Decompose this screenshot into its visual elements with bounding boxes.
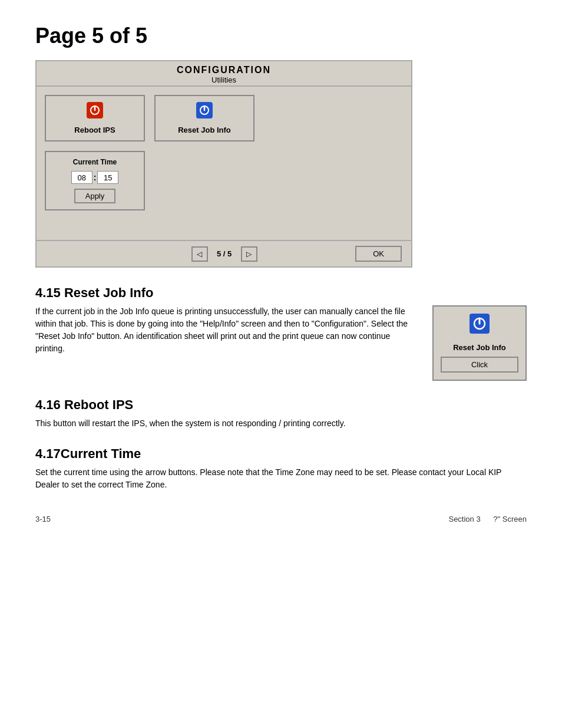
minute-input[interactable] — [97, 171, 118, 184]
section-reset-job-info-text: If the current job in the Job Info queue… — [35, 305, 421, 355]
reboot-ips-icon — [87, 102, 103, 118]
page-title: Page 5 of 5 — [35, 24, 527, 48]
click-button[interactable]: Click — [441, 357, 518, 373]
footer-section-screen: Section 3 ?" Screen — [448, 515, 527, 523]
doc-footer: 3-15 Section 3 ?" Screen — [35, 515, 527, 523]
section-reboot-ips: 4.16 Reboot IPS This button will restart… — [35, 397, 527, 430]
reset-job-info-icon — [196, 102, 213, 118]
section-current-time-title: 4.17Current Time — [35, 446, 527, 462]
page-indicator: 5 / 5 — [213, 249, 236, 258]
card-label: Reset Job Info — [441, 343, 518, 352]
config-footer: ◁ 5 / 5 ▷ OK — [37, 240, 411, 266]
config-header: CONFIGURATION Utilities — [37, 61, 411, 87]
section-current-time: 4.17Current Time Set the current time us… — [35, 446, 527, 491]
footer-page-number: 3-15 — [35, 515, 51, 523]
card-reset-icon — [470, 314, 490, 334]
section-reset-job-info-body: If the current job in the Job Info queue… — [35, 305, 527, 381]
config-subtitle: Utilities — [39, 75, 409, 84]
footer-section: Section 3 — [448, 515, 480, 523]
current-time-label: Current Time — [54, 158, 135, 166]
reset-job-info-card: Reset Job Info Click — [432, 305, 527, 381]
section-reset-job-info: 4.15 Reset Job Info If the current job i… — [35, 285, 527, 381]
prev-button[interactable]: ◁ — [191, 246, 208, 262]
ok-button[interactable]: OK — [355, 246, 402, 262]
reboot-ips-label: Reboot IPS — [54, 126, 135, 134]
config-buttons-row: Reboot IPS Reset Job Info — [45, 95, 403, 141]
section-reboot-ips-title: 4.16 Reboot IPS — [35, 397, 527, 413]
hour-input[interactable] — [71, 171, 92, 184]
section-current-time-text: Set the current time using the arrow but… — [35, 466, 527, 491]
footer-screen: ?" Screen — [493, 515, 527, 523]
nav-group: ◁ 5 / 5 ▷ — [191, 246, 257, 262]
reboot-ips-button[interactable]: Reboot IPS — [45, 95, 145, 141]
section-reboot-ips-text: This button will restart the IPS, when t… — [35, 417, 527, 430]
config-box: CONFIGURATION Utilities Reboot IPS — [35, 60, 412, 268]
config-title: CONFIGURATION — [39, 65, 409, 75]
time-colon: : — [94, 173, 97, 182]
reset-job-info-label: Reset Job Info — [164, 126, 245, 134]
reset-job-info-button[interactable]: Reset Job Info — [154, 95, 254, 141]
current-time-panel: Current Time : Apply — [45, 151, 145, 210]
config-body: Reboot IPS Reset Job Info Current Time — [37, 87, 411, 240]
next-button[interactable]: ▷ — [241, 246, 257, 262]
time-inputs: : — [54, 171, 135, 184]
section-reset-job-info-title: 4.15 Reset Job Info — [35, 285, 527, 301]
apply-button[interactable]: Apply — [74, 189, 115, 203]
